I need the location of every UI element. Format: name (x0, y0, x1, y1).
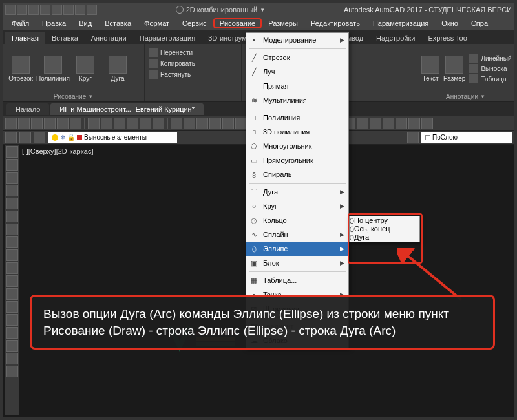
toolbar-button[interactable] (171, 118, 182, 129)
menu-item-Отрезок[interactable]: ╱Отрезок (246, 50, 348, 65)
layer-props-icon[interactable] (5, 132, 17, 143)
tab-current[interactable]: ИГ и Машиностроит...- Евгений Курицин* (50, 103, 204, 115)
submenu-item-Дуга[interactable]: ⬯Дуга (350, 233, 419, 242)
toolbar-button[interactable] (357, 118, 368, 129)
menu-спра[interactable]: Спра (465, 18, 494, 28)
menu-item-Прямая[interactable]: —Прямая (246, 79, 348, 93)
viewport-label[interactable]: [-][Сверху][2D-каркас] (22, 147, 93, 155)
menu-правка[interactable]: Правка (36, 18, 72, 28)
layer-iso-icon[interactable] (34, 132, 45, 143)
vtool-button[interactable] (6, 249, 18, 261)
menu-вставка[interactable]: Вставка (98, 18, 138, 28)
toolbar-button[interactable] (222, 118, 234, 129)
toolbar-button[interactable] (18, 118, 30, 129)
vtool-button[interactable] (6, 185, 18, 196)
toolbar-button[interactable] (31, 118, 43, 129)
app-menu-button[interactable] (5, 5, 16, 15)
text-button[interactable]: Текст (421, 56, 439, 82)
workspace-label[interactable]: 2D комбинированный (186, 6, 258, 14)
new-icon[interactable] (17, 5, 27, 15)
menu-сервис[interactable]: Сервис (176, 18, 213, 28)
ribbon-tab[interactable]: Вставка (45, 32, 85, 44)
toolbar-button[interactable] (383, 118, 394, 129)
table-button[interactable]: Таблица (469, 74, 511, 83)
circle-button[interactable]: Круг (71, 56, 100, 82)
toolbar-button[interactable] (101, 118, 112, 129)
redo-icon[interactable] (87, 5, 97, 15)
move-button[interactable]: Перенести (149, 48, 237, 57)
vtool-button[interactable] (6, 327, 18, 339)
toolbar-button[interactable] (70, 118, 81, 129)
menu-item-Круг[interactable]: ○Круг▶ (246, 199, 348, 213)
toolbar-button[interactable] (370, 118, 381, 129)
color-combo[interactable]: ПоСлою (421, 132, 512, 143)
saveas-icon[interactable] (52, 5, 62, 15)
vtool-button[interactable] (6, 198, 18, 209)
dim-button[interactable]: Размер (443, 56, 465, 82)
menu-item-Эллипс[interactable]: ⬯Эллипс▶ (246, 242, 348, 256)
toolbar-button[interactable] (196, 118, 208, 129)
menu-item-Прямоугольник[interactable]: ▭Прямоугольник (246, 153, 348, 167)
toolbar-button[interactable] (127, 118, 138, 129)
ribbon-tab[interactable]: Параметризация (133, 32, 202, 44)
menu-рисование[interactable]: Рисование (213, 18, 262, 28)
open-icon[interactable] (28, 5, 39, 15)
menu-параметризация[interactable]: Параметризация (366, 18, 435, 28)
vtool-button[interactable] (6, 353, 18, 364)
submenu-item-По центру[interactable]: ⬯По центру (350, 216, 419, 225)
vtool-button[interactable] (6, 172, 18, 184)
menu-item-Моделирование[interactable]: •Моделирование▶ (246, 33, 348, 47)
arc-button[interactable]: Дуга (103, 56, 132, 82)
menu-item-Блок[interactable]: ▣Блок▶ (246, 256, 348, 270)
vtool-button[interactable] (6, 314, 18, 326)
toolbar-button[interactable] (114, 118, 125, 129)
vtool-button[interactable] (6, 211, 18, 222)
vtool-button[interactable] (6, 262, 18, 274)
toolbar-button[interactable] (396, 118, 407, 129)
vtool-button[interactable] (6, 275, 18, 287)
toolbar-button[interactable] (140, 118, 151, 129)
menu-item-Многоугольник[interactable]: ⬠Многоугольник (246, 139, 348, 153)
toolbar-button[interactable] (88, 118, 100, 129)
plot-icon[interactable] (63, 5, 74, 15)
vtool-button[interactable] (6, 224, 18, 235)
menu-item-Дуга[interactable]: ⌒Дуга▶ (246, 185, 348, 199)
toolbar-button[interactable] (57, 118, 69, 129)
undo-icon[interactable] (75, 5, 85, 15)
vtool-button[interactable] (6, 340, 18, 352)
toolbar-button[interactable] (408, 118, 420, 129)
line-button[interactable]: Отрезок (6, 56, 35, 82)
layer-state-icon[interactable] (19, 132, 31, 143)
tab-start[interactable]: Начало (6, 103, 49, 115)
toolbar-button[interactable] (421, 118, 433, 129)
chevron-down-icon[interactable]: ▼ (88, 94, 93, 100)
layer-match-icon[interactable] (407, 132, 419, 143)
menu-item-Спираль[interactable]: §Спираль (246, 167, 348, 182)
vtool-button[interactable] (6, 301, 18, 313)
menu-файл[interactable]: Файл (5, 18, 36, 28)
toolbar-button[interactable] (209, 118, 221, 129)
toolbar-button[interactable] (44, 118, 56, 129)
polyline-button[interactable]: Полилиния (39, 56, 67, 82)
toolbar-button[interactable] (184, 118, 195, 129)
menu-item-Мультилиния[interactable]: ≋Мультилиния (246, 93, 348, 107)
linear-button[interactable]: Линейный (469, 54, 511, 63)
vtool-button[interactable] (6, 146, 18, 158)
layer-combo[interactable]: ❄ 🔓 Выносные элементы (48, 132, 177, 143)
ribbon-tab[interactable]: Аннотации (85, 32, 133, 44)
menu-размеры[interactable]: Размеры (262, 18, 304, 28)
stretch-button[interactable]: Растянуть (149, 70, 237, 79)
menu-item-Кольцо[interactable]: ◎Кольцо (246, 213, 348, 227)
chevron-down-icon[interactable]: ▼ (480, 94, 485, 100)
menu-редактировать[interactable]: Редактировать (304, 18, 366, 28)
vtool-button[interactable] (6, 236, 18, 248)
submenu-item-Ось, конец[interactable]: ⬯Ось, конец (350, 225, 419, 233)
menu-item-Сплайн[interactable]: ∿Сплайн▶ (246, 227, 348, 242)
leader-button[interactable]: Выноска (469, 64, 511, 73)
copy-button[interactable]: Копировать (149, 59, 237, 68)
menu-формат[interactable]: Формат (138, 18, 176, 28)
menu-item-Таблица...[interactable]: ▦Таблица... (246, 273, 348, 288)
toolbar-button[interactable] (5, 118, 17, 129)
vtool-button[interactable] (6, 366, 18, 377)
ribbon-tab[interactable]: Надстройки (370, 32, 421, 44)
